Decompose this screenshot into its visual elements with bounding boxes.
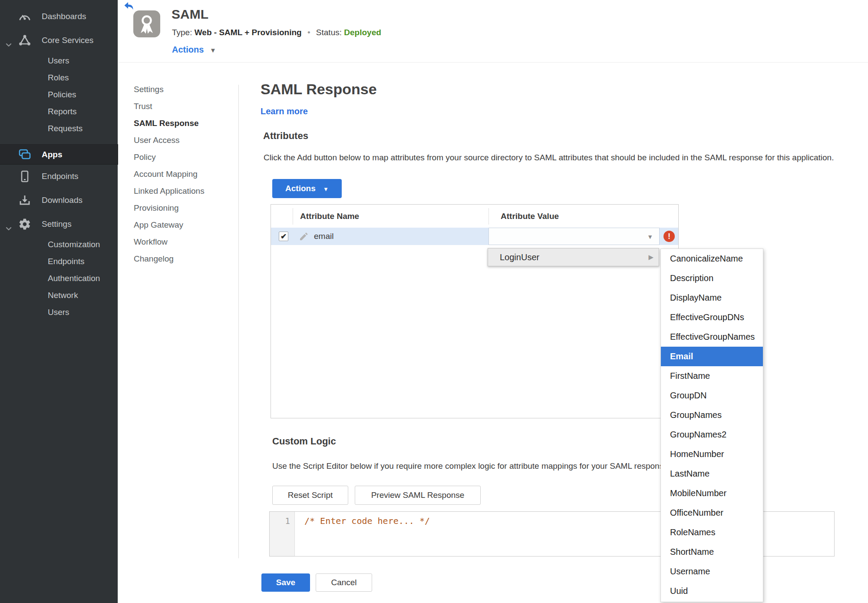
attributes-actions-button[interactable]: Actions ▼ <box>272 179 342 198</box>
type-label: Type: <box>172 28 192 37</box>
column-header-attribute-name: Attribute Name <box>300 205 359 228</box>
tab-linked-applications[interactable]: Linked Applications <box>134 186 229 197</box>
caret-down-icon: ▼ <box>323 186 329 192</box>
attributes-description: Click the Add button below to map attrib… <box>264 153 834 162</box>
app-title: SAML <box>172 7 208 22</box>
sidebar-subitem-label: Customization <box>48 236 100 253</box>
award-ribbon-icon <box>133 10 160 37</box>
table-row[interactable]: ✔ email ▼ ! <box>271 228 678 245</box>
menu-item-displayname[interactable]: DisplayName <box>661 288 763 308</box>
error-exclamation-icon: ! <box>663 231 675 242</box>
sidebar-item-label: Apps <box>42 145 63 164</box>
app-actions-label: Actions <box>172 45 204 54</box>
sidebar-item-network[interactable]: Network <box>0 287 118 304</box>
dashboard-gauge-icon <box>18 10 31 23</box>
settings-gear-icon <box>18 218 31 231</box>
tab-trust[interactable]: Trust <box>134 101 229 112</box>
sidebar-item-requests[interactable]: Requests <box>0 120 118 137</box>
sidebar-item-downloads[interactable]: Downloads <box>0 192 118 209</box>
custom-logic-heading: Custom Logic <box>272 436 336 447</box>
header-divider <box>119 62 868 63</box>
sidebar-item-users-settings[interactable]: Users <box>0 304 118 321</box>
app-actions-menu[interactable]: Actions ▼ <box>172 45 216 55</box>
attribute-submenu: CanonicalizeName Description DisplayName… <box>660 248 763 602</box>
column-header-attribute-value: Attribute Value <box>501 205 559 228</box>
row-checkbox[interactable]: ✔ <box>279 232 288 241</box>
nav-divider <box>238 85 239 558</box>
chevron-down-icon[interactable] <box>5 37 12 44</box>
status-label: Status: <box>316 28 342 37</box>
tab-policy[interactable]: Policy <box>134 152 229 163</box>
sidebar-subitem-label: Reports <box>48 103 77 120</box>
attribute-value-dropdown[interactable]: ▼ <box>488 228 660 245</box>
menu-item-firstname[interactable]: FirstName <box>661 366 763 386</box>
menu-item-officenumber[interactable]: OfficeNumber <box>661 503 763 523</box>
menu-item-shortname[interactable]: ShortName <box>661 542 763 562</box>
apps-icon <box>18 148 31 161</box>
status-badge: Deployed <box>344 28 381 37</box>
cancel-button[interactable]: Cancel <box>316 573 372 592</box>
caret-down-icon: ▼ <box>210 46 216 54</box>
chevron-down-icon[interactable] <box>5 221 12 228</box>
sidebar-item-roles[interactable]: Roles <box>0 69 118 86</box>
custom-logic-description: Use the Script Editor below if you requi… <box>272 461 670 471</box>
learn-more-link[interactable]: Learn more <box>261 106 308 116</box>
menu-item-description[interactable]: Description <box>661 268 763 288</box>
sidebar-item-endpoints[interactable]: Endpoints <box>0 168 118 185</box>
downloads-icon <box>18 194 31 207</box>
save-button[interactable]: Save <box>261 573 310 592</box>
menu-item-effectivegroupdns[interactable]: EffectiveGroupDNs <box>661 308 763 327</box>
sidebar-subitem-label: Policies <box>48 86 76 103</box>
menu-item-uuid[interactable]: Uuid <box>661 581 763 601</box>
menu-item-groupnames[interactable]: GroupNames <box>661 405 763 425</box>
sidebar-item-users[interactable]: Users <box>0 52 118 70</box>
app-meta: Type: Web - SAML + Provisioning • Status… <box>172 28 381 37</box>
sidebar-subitem-label: Roles <box>48 69 69 86</box>
sidebar-item-policies[interactable]: Policies <box>0 86 118 103</box>
sidebar-item-settings[interactable]: Settings <box>0 215 118 233</box>
sidebar-item-endpoints-settings[interactable]: Endpoints <box>0 253 118 270</box>
app-window: Dashboards Core Services Users Roles Pol… <box>0 0 868 603</box>
value-menu-loginuser[interactable]: LoginUser ▶ <box>488 248 659 266</box>
checkmark-icon: ✔ <box>281 232 287 241</box>
sidebar-item-label: Downloads <box>42 192 83 209</box>
tab-provisioning[interactable]: Provisioning <box>134 202 229 214</box>
attributes-table: Attribute Name Attribute Value ✔ email ▼… <box>271 204 679 418</box>
attribute-name-cell: email <box>314 228 333 245</box>
caret-down-icon: ▼ <box>647 233 653 240</box>
tab-settings[interactable]: Settings <box>134 84 229 95</box>
menu-item-groupdn[interactable]: GroupDN <box>661 386 763 405</box>
menu-item-effectivegroupnames[interactable]: EffectiveGroupNames <box>661 327 763 347</box>
tab-workflow[interactable]: Workflow <box>134 236 229 248</box>
menu-item-mobilenumber[interactable]: MobileNumber <box>661 484 763 503</box>
sidebar-subitem-label: Authentication <box>48 270 100 287</box>
tab-saml-response[interactable]: SAML Response <box>134 118 229 129</box>
caret-right-icon: ▶ <box>648 248 653 266</box>
separator-dot: • <box>307 28 310 37</box>
preview-saml-response-button[interactable]: Preview SAML Response <box>355 486 481 505</box>
menu-item-lastname[interactable]: LastName <box>661 464 763 484</box>
sidebar-item-customization[interactable]: Customization <box>0 236 118 253</box>
sidebar-item-apps[interactable]: Apps <box>0 144 118 165</box>
sidebar-item-label: Endpoints <box>42 168 79 185</box>
attributes-heading: Attributes <box>263 130 308 142</box>
sidebar-item-reports[interactable]: Reports <box>0 103 118 120</box>
sidebar-item-core-services[interactable]: Core Services <box>0 32 118 49</box>
menu-item-email[interactable]: Email <box>661 347 763 366</box>
menu-item-username[interactable]: Username <box>661 562 763 581</box>
tab-user-access[interactable]: User Access <box>134 135 229 146</box>
editor-code[interactable]: /* Enter code here... */ <box>304 516 430 526</box>
menu-item-homenumber[interactable]: HomeNumber <box>661 444 763 464</box>
tab-app-gateway[interactable]: App Gateway <box>134 219 229 231</box>
menu-item-canonicalizename[interactable]: CanonicalizeName <box>661 249 763 268</box>
sidebar-item-authentication[interactable]: Authentication <box>0 270 118 287</box>
menu-item-groupnames2[interactable]: GroupNames2 <box>661 425 763 444</box>
page-title: SAML Response <box>261 81 377 98</box>
tab-account-mapping[interactable]: Account Mapping <box>134 169 229 180</box>
pencil-icon <box>299 231 309 242</box>
tab-changelog[interactable]: Changelog <box>134 253 229 265</box>
menu-item-rolenames[interactable]: RoleNames <box>661 523 763 542</box>
reset-script-button[interactable]: Reset Script <box>272 486 348 505</box>
sidebar-item-dashboards[interactable]: Dashboards <box>0 8 118 25</box>
back-arrow-icon[interactable] <box>124 1 134 10</box>
